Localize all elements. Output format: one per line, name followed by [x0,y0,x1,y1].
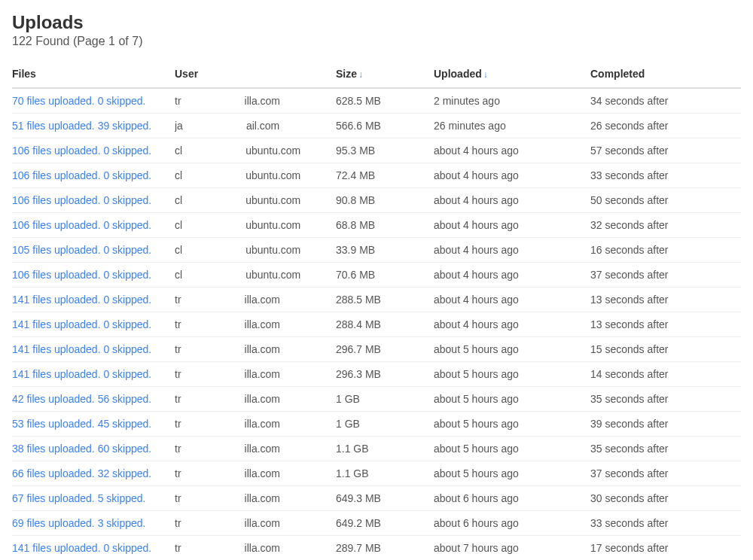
files-link[interactable]: 69 files uploaded. 3 skipped. [12,517,145,529]
size-cell: 649.2 MB [336,511,434,536]
size-cell: 288.5 MB [336,288,434,312]
completed-cell: 15 seconds after [590,337,741,362]
user-cell: clubuntu.com [175,238,336,263]
user-cell: clubuntu.com [175,188,336,213]
table-row: 141 files uploaded. 0 skipped.trilla.com… [12,362,741,387]
user-prefix: tr [175,492,181,504]
user-suffix: illa.com [245,393,280,405]
files-cell: 141 files uploaded. 0 skipped. [12,312,175,337]
user-suffix: ubuntu.com [245,244,300,256]
user-suffix: illa.com [245,294,280,306]
user-suffix: illa.com [245,95,280,107]
uploaded-cell: 26 minutes ago [434,114,590,138]
files-link[interactable]: 106 files uploaded. 0 skipped. [12,194,151,206]
files-cell: 66 files uploaded. 32 skipped. [12,461,175,486]
column-header-size[interactable]: Size↓ [336,60,434,88]
user-cell: trilla.com [175,337,336,362]
files-link[interactable]: 42 files uploaded. 56 skipped. [12,393,151,405]
files-cell: 141 files uploaded. 0 skipped. [12,337,175,362]
user-suffix: illa.com [245,492,280,504]
size-cell: 72.4 MB [336,163,434,188]
user-cell: trilla.com [175,536,336,561]
column-header-user[interactable]: User [175,60,336,88]
files-cell: 69 files uploaded. 3 skipped. [12,511,175,536]
completed-cell: 16 seconds after [590,238,741,263]
user-prefix: tr [175,393,181,405]
files-link[interactable]: 141 files uploaded. 0 skipped. [12,318,151,330]
column-header-files[interactable]: Files [12,60,175,88]
table-row: 106 files uploaded. 0 skipped.clubuntu.c… [12,263,741,288]
sort-arrow-icon: ↓ [358,69,363,80]
user-suffix: illa.com [245,418,280,430]
size-cell: 296.3 MB [336,362,434,387]
user-cell: trilla.com [175,511,336,536]
files-cell: 51 files uploaded. 39 skipped. [12,114,175,138]
column-header-completed[interactable]: Completed [590,60,741,88]
table-row: 53 files uploaded. 45 skipped.trilla.com… [12,412,741,437]
completed-cell: 37 seconds after [590,263,741,288]
size-cell: 1.1 GB [336,461,434,486]
table-row: 106 files uploaded. 0 skipped.clubuntu.c… [12,138,741,163]
user-prefix: cl [175,244,182,256]
table-row: 51 files uploaded. 39 skipped.jaail.com5… [12,114,741,138]
uploaded-cell: about 6 hours ago [434,511,590,536]
column-header-uploaded[interactable]: Uploaded↓ [434,60,590,88]
user-cell: trilla.com [175,437,336,461]
user-prefix: tr [175,95,181,107]
completed-cell: 14 seconds after [590,362,741,387]
files-link[interactable]: 70 files uploaded. 0 skipped. [12,95,145,107]
files-link[interactable]: 106 files uploaded. 0 skipped. [12,269,151,281]
size-cell: 95.3 MB [336,138,434,163]
user-cell: trilla.com [175,362,336,387]
completed-cell: 13 seconds after [590,312,741,337]
files-link[interactable]: 141 files uploaded. 0 skipped. [12,542,151,554]
table-row: 70 files uploaded. 0 skipped.trilla.com6… [12,88,741,114]
table-row: 67 files uploaded. 5 skipped.trilla.com6… [12,486,741,511]
user-prefix: tr [175,517,181,529]
files-link[interactable]: 67 files uploaded. 5 skipped. [12,492,145,504]
user-cell: trilla.com [175,387,336,412]
files-cell: 106 files uploaded. 0 skipped. [12,263,175,288]
files-link[interactable]: 105 files uploaded. 0 skipped. [12,244,151,256]
uploaded-cell: about 4 hours ago [434,138,590,163]
files-link[interactable]: 66 files uploaded. 32 skipped. [12,467,151,479]
user-suffix: illa.com [245,443,280,455]
files-link[interactable]: 141 files uploaded. 0 skipped. [12,343,151,355]
files-cell: 141 files uploaded. 0 skipped. [12,536,175,561]
files-link[interactable]: 141 files uploaded. 0 skipped. [12,368,151,380]
user-cell: clubuntu.com [175,163,336,188]
files-cell: 141 files uploaded. 0 skipped. [12,362,175,387]
table-row: 141 files uploaded. 0 skipped.trilla.com… [12,312,741,337]
user-cell: clubuntu.com [175,138,336,163]
table-row: 66 files uploaded. 32 skipped.trilla.com… [12,461,741,486]
table-row: 106 files uploaded. 0 skipped.clubuntu.c… [12,163,741,188]
files-link[interactable]: 106 files uploaded. 0 skipped. [12,169,151,181]
page-title: Uploads [12,12,741,33]
files-link[interactable]: 141 files uploaded. 0 skipped. [12,294,151,306]
user-prefix: cl [175,145,182,157]
user-suffix: ail.com [246,120,279,132]
files-link[interactable]: 51 files uploaded. 39 skipped. [12,120,151,132]
user-suffix: ubuntu.com [245,169,300,181]
uploaded-cell: about 4 hours ago [434,213,590,238]
user-prefix: tr [175,418,181,430]
size-cell: 68.8 MB [336,213,434,238]
user-suffix: illa.com [245,343,280,355]
files-link[interactable]: 106 files uploaded. 0 skipped. [12,145,151,157]
uploaded-cell: about 5 hours ago [434,461,590,486]
size-cell: 1 GB [336,412,434,437]
uploaded-cell: about 4 hours ago [434,288,590,312]
completed-cell: 37 seconds after [590,461,741,486]
files-link[interactable]: 53 files uploaded. 45 skipped. [12,418,151,430]
uploaded-cell: about 5 hours ago [434,362,590,387]
table-row: 106 files uploaded. 0 skipped.clubuntu.c… [12,188,741,213]
files-cell: 106 files uploaded. 0 skipped. [12,138,175,163]
files-link[interactable]: 106 files uploaded. 0 skipped. [12,219,151,231]
files-cell: 141 files uploaded. 0 skipped. [12,288,175,312]
user-prefix: ja [175,120,183,132]
user-prefix: cl [175,169,182,181]
user-prefix: tr [175,467,181,479]
files-cell: 67 files uploaded. 5 skipped. [12,486,175,511]
user-cell: clubuntu.com [175,263,336,288]
files-link[interactable]: 38 files uploaded. 60 skipped. [12,443,151,455]
